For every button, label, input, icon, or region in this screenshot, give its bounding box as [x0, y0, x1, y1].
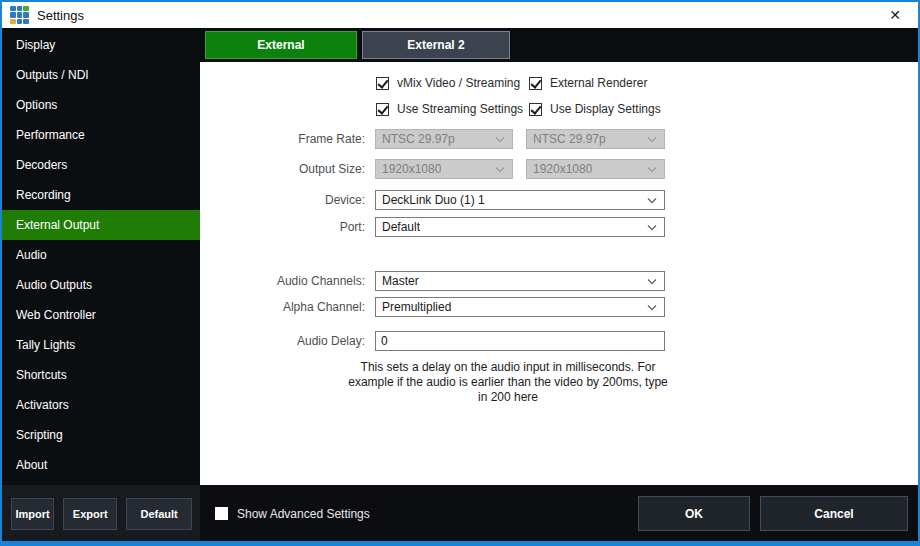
cb-use-streaming-settings[interactable] [376, 103, 389, 116]
import-button[interactable]: Import [11, 498, 54, 530]
tab-strip: External External 2 [200, 28, 918, 62]
cb-use-display-settings-label: Use Display Settings [550, 102, 661, 116]
sidebar-item-decoders[interactable]: Decoders [2, 150, 200, 180]
cb-external-renderer-label: External Renderer [550, 76, 647, 90]
checkbox-row: Use Streaming Settings [376, 101, 523, 117]
sidebar-item-shortcuts[interactable]: Shortcuts [2, 360, 200, 390]
alpha-channel-label: Alpha Channel: [200, 300, 365, 314]
port-label: Port: [200, 220, 365, 234]
output-size-value-2: 1920x1080 [533, 162, 592, 176]
checkbox-row: Use Display Settings [529, 101, 661, 117]
footer-bar: Import Export Default Show Advanced Sett… [2, 485, 918, 542]
logo-square [17, 19, 23, 25]
show-advanced-settings-label: Show Advanced Settings [237, 507, 370, 521]
sidebar-item-performance[interactable]: Performance [2, 120, 200, 150]
title-bar: Settings ✕ [2, 2, 918, 28]
sidebar-item-about[interactable]: About [2, 450, 200, 480]
vmix-logo-icon [10, 6, 29, 25]
device-value: DeckLink Duo (1) 1 [382, 193, 485, 207]
frame-rate-label: Frame Rate: [200, 132, 365, 146]
cb-vmix-video-streaming-label: vMix Video / Streaming [397, 76, 520, 90]
show-advanced-settings: Show Advanced Settings [215, 507, 370, 521]
logo-square [10, 12, 16, 18]
audio-channels-label: Audio Channels: [200, 274, 365, 288]
sidebar-item-scripting[interactable]: Scripting [2, 420, 200, 450]
settings-window: Settings ✕ Display Outputs / NDI Options… [0, 0, 920, 546]
chevron-down-icon [647, 305, 657, 311]
logo-square [23, 12, 29, 18]
audio-delay-input[interactable] [375, 331, 665, 351]
checkbox-row: External Renderer [529, 75, 647, 91]
output-size-select-1[interactable]: 1920x1080 [375, 159, 513, 179]
cb-external-renderer[interactable] [529, 77, 542, 90]
sidebar-item-audio[interactable]: Audio [2, 240, 200, 270]
port-select[interactable]: Default [375, 217, 665, 237]
chevron-down-icon [495, 167, 505, 173]
export-button[interactable]: Export [63, 498, 117, 530]
chevron-down-icon [647, 225, 657, 231]
sidebar-item-display[interactable]: Display [2, 30, 200, 60]
footer-right: Show Advanced Settings OK Cancel [200, 485, 918, 542]
frame-rate-select-1[interactable]: NTSC 29.97p [375, 129, 513, 149]
audio-delay-help-text: This sets a delay on the audio input in … [348, 360, 668, 405]
chevron-down-icon [647, 167, 657, 173]
frame-rate-value-1: NTSC 29.97p [382, 132, 455, 146]
output-size-value-1: 1920x1080 [382, 162, 441, 176]
sidebar-item-external-output[interactable]: External Output [2, 210, 200, 240]
close-icon[interactable]: ✕ [880, 7, 910, 23]
audio-delay-label: Audio Delay: [200, 334, 365, 348]
logo-square [17, 6, 23, 12]
chevron-down-icon [647, 279, 657, 285]
cb-vmix-video-streaming[interactable] [376, 77, 389, 90]
frame-rate-value-2: NTSC 29.97p [533, 132, 606, 146]
sidebar-item-audio-outputs[interactable]: Audio Outputs [2, 270, 200, 300]
external-output-panel: vMix Video / Streaming External Renderer… [200, 62, 918, 485]
sidebar-item-tally-lights[interactable]: Tally Lights [2, 330, 200, 360]
logo-square [23, 6, 29, 12]
cancel-button[interactable]: Cancel [760, 496, 908, 531]
device-select[interactable]: DeckLink Duo (1) 1 [375, 190, 665, 210]
output-size-label: Output Size: [200, 162, 365, 176]
settings-sidebar: Display Outputs / NDI Options Performanc… [2, 28, 200, 485]
device-label: Device: [200, 193, 365, 207]
port-value: Default [382, 220, 420, 234]
tab-external-2[interactable]: External 2 [362, 31, 510, 59]
sidebar-item-activators[interactable]: Activators [2, 390, 200, 420]
window-title: Settings [37, 8, 84, 23]
cb-use-display-settings[interactable] [529, 103, 542, 116]
logo-square [23, 19, 29, 25]
output-size-select-2[interactable]: 1920x1080 [526, 159, 665, 179]
default-button[interactable]: Default [126, 498, 192, 530]
footer-left: Import Export Default [2, 485, 200, 542]
chevron-down-icon [647, 137, 657, 143]
checkbox-row: vMix Video / Streaming [376, 75, 520, 91]
logo-square [17, 12, 23, 18]
sidebar-item-outputs-ndi[interactable]: Outputs / NDI [2, 60, 200, 90]
cb-show-advanced-settings[interactable] [215, 507, 228, 520]
ok-button[interactable]: OK [638, 496, 750, 531]
alpha-channel-value: Premultiplied [382, 300, 451, 314]
logo-square [10, 6, 16, 12]
sidebar-item-recording[interactable]: Recording [2, 180, 200, 210]
alpha-channel-select[interactable]: Premultiplied [375, 297, 665, 317]
audio-channels-value: Master [382, 274, 419, 288]
chevron-down-icon [647, 198, 657, 204]
chevron-down-icon [495, 137, 505, 143]
sidebar-item-web-controller[interactable]: Web Controller [2, 300, 200, 330]
sidebar-item-options[interactable]: Options [2, 90, 200, 120]
tab-external[interactable]: External [205, 31, 357, 59]
frame-rate-select-2[interactable]: NTSC 29.97p [526, 129, 665, 149]
cb-use-streaming-settings-label: Use Streaming Settings [397, 102, 523, 116]
audio-channels-select[interactable]: Master [375, 271, 665, 291]
logo-square [10, 19, 16, 25]
